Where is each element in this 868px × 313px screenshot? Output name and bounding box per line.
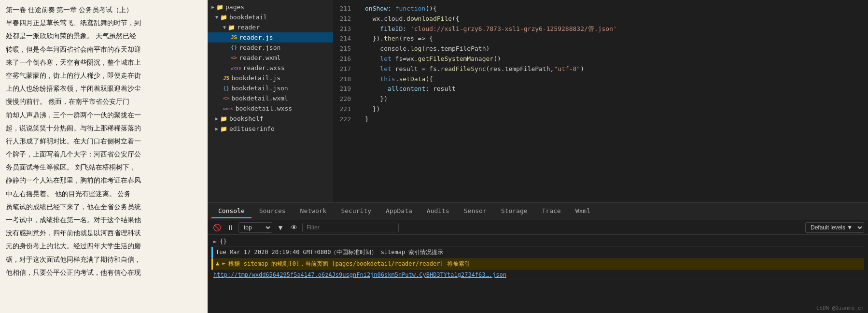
code-token: (res => { (399, 35, 433, 42)
folder-icon: 📁 (220, 115, 227, 122)
code-line-215: console.log(res.tempFilePath) (365, 44, 860, 54)
tree-item-bookdetail-wxml[interactable]: <>bookdetail.wxml (208, 93, 333, 103)
tree-item-bookdetail-js[interactable]: JSbookdetail.js (208, 73, 333, 83)
json-icon: {} (231, 44, 237, 51)
tree-item-label: reader.wxss (243, 64, 285, 71)
line-number-217: 217 (333, 64, 351, 74)
code-panel: 211212213214215216217218219220221222 onS… (333, 0, 868, 313)
code-token: (res.tempFilePath, (486, 65, 554, 72)
console-warn-text: 根据 sitemap 的规则[0]，当前页面 [pages/bookdetail… (333, 260, 470, 268)
book-text-line: 处都是一派欣欣向荣的景象。 天气虽然已经 (6, 30, 202, 42)
line-number-214: 214 (333, 34, 351, 44)
code-token: downloadFile (406, 15, 452, 22)
tab-security[interactable]: Security (334, 204, 378, 218)
line-number-218: 218 (333, 74, 351, 85)
code-token: allcontent (388, 85, 425, 92)
code-line-212: wx.cloud.downloadFile({ (365, 14, 860, 24)
code-token: getFileSystemManager (418, 55, 494, 62)
book-text-line: 元的身份考上的北大。经过四年大学生活的磨 (6, 240, 202, 252)
tab-sensor[interactable]: Sensor (457, 204, 493, 218)
book-text: 第一卷 仕途前奏 第一章 公务员考试（上）早春四月正是草长莺飞、纸鸢乱舞的时节，… (6, 4, 202, 279)
code-token (365, 15, 373, 22)
json-icon: {} (223, 85, 229, 91)
line-number-222: 222 (333, 114, 351, 125)
tab-appdata[interactable]: AppData (379, 204, 419, 218)
book-text-line: 早春四月正是草长莺飞、纸鸢乱舞的时节，到 (6, 17, 202, 29)
tree-item-edituserinfo[interactable]: ▶📁edituserinfo (208, 124, 333, 134)
code-token: ({ (452, 15, 460, 22)
tab-audits[interactable]: Audits (420, 204, 456, 218)
code-line-216: let fs=wx.getFileSystemManager() (365, 54, 860, 64)
js-icon: JS (231, 34, 237, 41)
tree-item-bookdetail-wxss[interactable]: wxssbookdetail.wxss (208, 103, 333, 114)
code-token (365, 65, 380, 72)
tree-item-bookdetail[interactable]: ▼📁bookdetail (208, 12, 333, 22)
console-link-text[interactable]: http://tmp/wxdd6564295f5a4147.o6zAJs9usg… (333, 271, 506, 278)
tree-item-reader-wxss[interactable]: wxssreader.wxss (208, 63, 333, 73)
book-text-line: 务员面试考生等候区。 刘飞站在梧桐树下， (6, 161, 202, 173)
line-number-213: 213 (333, 24, 351, 34)
tree-item-reader-folder[interactable]: ▼📁reader (208, 22, 333, 32)
console-row: Tue Mar 17 2020 20:19:40 GMT+0800（中国标准时间… (333, 247, 864, 258)
tree-item-reader-wxml[interactable]: <>reader.wxml (208, 53, 333, 63)
devtools-toolbar: 🚫 ⏸ top ▼ 👁 Default levels ▼ (333, 220, 868, 235)
tree-item-label: bookshelf (229, 115, 263, 122)
tree-item-label: reader.json (239, 44, 280, 51)
line-number-219: 219 (333, 84, 351, 94)
code-line-221: }) (365, 104, 860, 114)
code-token: ({ (425, 75, 433, 83)
book-text-line: 中左右摇晃着。 他的目光有些迷离。 公务 (6, 188, 202, 200)
console-info-text: Tue Mar 17 2020 20:19:40 GMT+0800（中国标准时间… (333, 248, 443, 256)
tree-item-bookdetail-json[interactable]: {}bookdetail.json (208, 83, 333, 93)
tree-item-label: reader.wxml (239, 54, 280, 61)
code-line-222: } (365, 114, 860, 125)
console-row[interactable]: http://tmp/wxdd6564295f5a4147.o6zAJs9usg… (333, 270, 864, 280)
tree-item-bookshelf[interactable]: ▶📁bookshelf (208, 114, 333, 124)
book-text-line: 员笔试的成绩已经下来了，他在全省公务员统 (6, 201, 202, 213)
tab-wxml[interactable]: Wxml (569, 204, 597, 218)
book-text-line: 他相信，只要公平公正的考试，他有信心在现 (6, 267, 202, 279)
book-text-line: 慢慢的前行。 然而，在南平市省公安厅门 (6, 96, 202, 108)
code-token (365, 45, 380, 52)
code-token: wx.cloud. (373, 15, 406, 22)
code-token: "utf-8" (554, 65, 580, 72)
code-token: fileID (380, 25, 403, 32)
log-levels-select[interactable]: Default levels ▼ (805, 222, 864, 233)
code-token: fs=wx. (392, 55, 418, 62)
line-number-212: 212 (333, 14, 351, 24)
code-token: : (403, 25, 410, 32)
book-text-line: 一考试中，成绩排在第一名。对于这个结果他 (6, 214, 202, 226)
tree-item-reader-js[interactable]: JSreader.js (208, 32, 333, 43)
code-token: (res.tempFilePath) (421, 45, 490, 52)
console-filter-input[interactable] (333, 223, 399, 232)
code-token (365, 75, 380, 83)
tree-item-label: bookdetail.wxml (231, 95, 288, 102)
wxss-icon: wxss (223, 106, 234, 111)
book-text-line: 前却人声鼎沸，三个一群两个一伙的聚拢在一 (6, 109, 202, 121)
code-line-211: onShow: function(){ (365, 4, 860, 14)
tree-item-label: bookdetail.json (231, 85, 288, 92)
tab-trace[interactable]: Trace (535, 204, 568, 218)
code-line-217: let result = fs.readFileSync(res.tempFil… (365, 64, 860, 74)
line-number-220: 220 (333, 94, 351, 104)
code-line-213: fileID: 'cloud://xsl1-grzy6.7873-xsl1-gr… (365, 24, 860, 34)
code-token: : result (425, 85, 456, 92)
book-text-line: 转暖，但是今年河西省省会南平市的春天却迎 (6, 43, 202, 56)
code-token: result = fs. (392, 65, 441, 72)
code-token: function (395, 5, 426, 12)
code-token: console. (380, 45, 410, 52)
tree-item-label: reader (237, 24, 260, 31)
code-token: : (388, 5, 395, 12)
folder-icon: 📁 (220, 14, 227, 21)
code-token: () (493, 55, 501, 62)
code-token: }) (365, 105, 380, 113)
wxml-icon: <> (223, 95, 229, 101)
tree-item-pages[interactable]: ▶📁pages (208, 2, 333, 12)
tree-item-reader-json[interactable]: {}reader.json (208, 43, 333, 53)
tab-storage[interactable]: Storage (494, 204, 534, 218)
tree-item-label: bookdetail (229, 14, 267, 21)
code-token: let (380, 55, 391, 62)
watermark: CSDN @Qianmo_er (816, 305, 864, 311)
line-number-216: 216 (333, 54, 351, 64)
code-line-219: allcontent: result (365, 84, 860, 94)
